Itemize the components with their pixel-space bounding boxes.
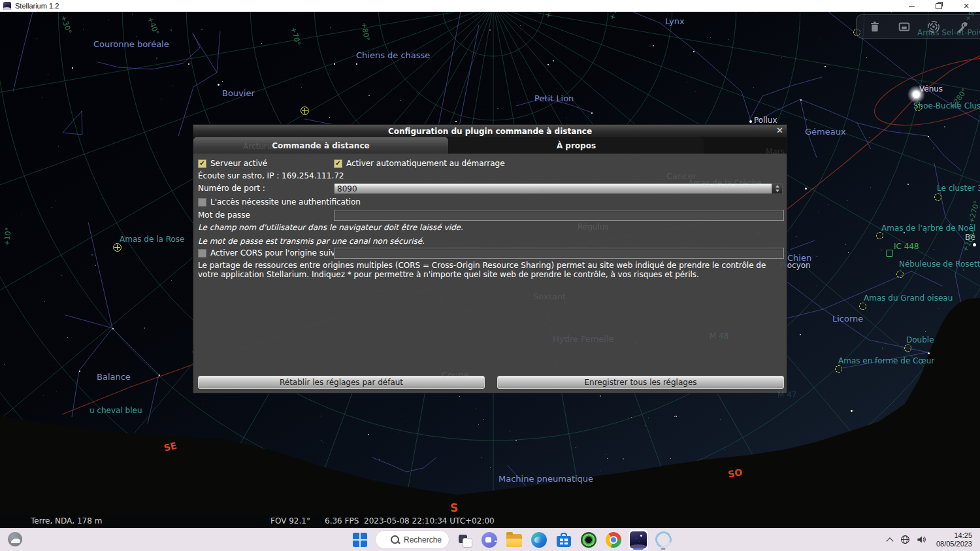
green-app-button[interactable]	[579, 529, 598, 550]
remote-control-config-dialog: Configuration du plugin commande à dista…	[193, 124, 787, 393]
tray-date: 08/05/2023	[936, 540, 972, 548]
cors-origin-input[interactable]	[334, 248, 784, 259]
dialog-tabs: Commande à distance À propos	[193, 137, 787, 154]
search-icon	[391, 535, 399, 544]
start-button[interactable]	[350, 529, 370, 550]
stellarium-icon	[630, 531, 647, 548]
wrench-icon[interactable]	[956, 20, 970, 34]
server-enabled-row: Serveur activé	[198, 159, 267, 168]
server-enabled-label: Serveur activé	[210, 159, 267, 168]
auth-row: L'accès nécessite une authentification	[198, 197, 361, 207]
auth-label: L'accès nécessite une authentification	[210, 197, 361, 207]
store-icon	[557, 536, 571, 547]
close-button[interactable]: ✕	[953, 0, 980, 12]
stellarium-app-button[interactable]	[629, 529, 648, 550]
start-icon	[353, 533, 367, 547]
tray-time: 14:25	[936, 531, 972, 540]
windows-taskbar: Recherche 14:25 08/05/2023	[0, 528, 980, 551]
port-spin-down[interactable]	[772, 189, 782, 194]
maximize-icon	[936, 3, 942, 9]
running-indicator	[633, 548, 644, 550]
password-input[interactable]	[334, 210, 784, 221]
maximize-button[interactable]	[925, 0, 953, 12]
system-tray: 14:25 08/05/2023	[887, 528, 980, 551]
dialog-titlebar[interactable]: Configuration du plugin commande à dista…	[193, 125, 787, 137]
window-title: Stellarium 1.2	[15, 2, 59, 10]
password-label: Mot de passe	[198, 210, 250, 220]
target-icon[interactable]	[926, 20, 941, 34]
port-spin-up[interactable]	[772, 184, 782, 189]
dialog-body: Serveur activé Activer automatiquement a…	[193, 154, 787, 393]
blue-ring-app-button[interactable]	[653, 529, 673, 550]
overlay-toolbar	[856, 14, 980, 39]
autostart-row: Activer automatiquement au démarrage	[334, 159, 505, 168]
dialog-close-button[interactable]: ✕	[776, 125, 783, 135]
status-fov: FOV 92.1°	[270, 516, 310, 526]
taskview-icon	[457, 533, 472, 547]
widgets-weather-icon[interactable]	[8, 532, 22, 546]
status-location: Terre, NDA, 178 m	[31, 516, 102, 526]
cors-checkbox[interactable]	[198, 249, 206, 258]
port-label: Numéro de port :	[198, 184, 265, 193]
status-datetime: 2023-05-08 22:10:34 UTC+02:00	[364, 516, 495, 526]
status-fps: 6.36 FPS	[325, 516, 359, 526]
close-icon: ✕	[963, 3, 969, 10]
note-password: Le mot de passe est transmis par une can…	[198, 237, 425, 246]
green-target-icon	[581, 532, 596, 548]
venus-planet[interactable]	[907, 86, 925, 103]
running-indicator	[661, 548, 666, 550]
minimize-button[interactable]	[898, 0, 925, 12]
autostart-checkbox[interactable]	[334, 159, 342, 168]
trash-icon[interactable]	[868, 20, 882, 34]
port-spin-buttons	[772, 184, 782, 193]
cors-label: Activer CORS pour l'origine suivante	[210, 248, 353, 258]
cors-row: Activer CORS pour l'origine suivante	[198, 248, 353, 258]
window-titlebar: Stellarium 1.2 ✕	[0, 0, 980, 12]
tab-about[interactable]: À propos	[449, 137, 704, 154]
auth-checkbox[interactable]	[198, 198, 206, 207]
server-enabled-checkbox[interactable]	[198, 159, 206, 168]
autostart-label: Activer automatiquement au démarrage	[346, 159, 505, 168]
task-view-button[interactable]	[455, 529, 474, 550]
stellarium-statusbar: Terre, NDA, 178 m FOV 92.1° 6.36 FPS 202…	[0, 514, 478, 528]
tab-remote-control[interactable]: Commande à distance	[193, 137, 448, 154]
search-box[interactable]: Recherche	[375, 530, 449, 549]
chat-icon	[482, 532, 497, 548]
tray-chevron-icon[interactable]	[887, 537, 892, 543]
port-input[interactable]	[335, 184, 772, 193]
edge-icon	[531, 532, 547, 548]
chrome-icon	[606, 532, 621, 548]
note-username: Le champ nom d'utilisateur dans le navig…	[198, 223, 463, 232]
cors-info-text: Le partage de ressources entre origines …	[198, 261, 782, 279]
search-label: Recherche	[404, 535, 442, 544]
screen-icon[interactable]	[897, 20, 911, 34]
network-icon[interactable]	[900, 535, 910, 544]
save-settings-button[interactable]: Enregistrer tous les réglages	[497, 376, 784, 389]
chrome-button[interactable]	[604, 529, 623, 550]
chat-button[interactable]	[480, 529, 499, 550]
explorer-icon	[506, 534, 522, 547]
store-button[interactable]	[554, 529, 574, 550]
edge-button[interactable]	[529, 529, 549, 550]
dialog-title: Configuration du plugin commande à dista…	[388, 127, 592, 136]
listen-info: Écoute sur astro, IP : 169.254.111.72	[198, 171, 344, 180]
stellarium-window-icon	[3, 2, 11, 10]
taskbar-center: Recherche	[350, 528, 673, 551]
restore-defaults-button[interactable]: Rétablir les réglages par défaut	[198, 376, 485, 389]
volume-icon[interactable]	[916, 535, 926, 544]
tray-clock[interactable]: 14:25 08/05/2023	[936, 531, 972, 548]
port-spinbox	[334, 183, 783, 194]
minimize-icon	[909, 6, 915, 7]
file-explorer-button[interactable]	[504, 529, 524, 550]
